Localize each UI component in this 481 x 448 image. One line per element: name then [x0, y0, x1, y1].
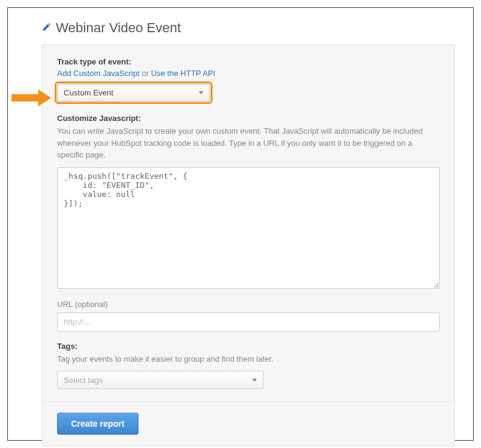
tags-label: Tags: [57, 342, 440, 351]
tags-help: Tag your events to make it easier to gro… [57, 353, 440, 365]
tags-placeholder: Select tags [64, 376, 103, 385]
customize-js-label: Customize Javascript: [57, 114, 440, 123]
url-input[interactable] [57, 312, 440, 332]
chevron-down-icon [199, 91, 203, 94]
event-type-dropdown[interactable]: Custom Event [57, 84, 210, 102]
event-type-selected: Custom Event [64, 88, 114, 97]
form-panel: Track type of event: Add Custom JavaScri… [42, 44, 455, 446]
customize-js-help: You can write JavaScript to create your … [57, 125, 440, 161]
url-label: URL (optional) [57, 300, 440, 309]
use-http-api-link[interactable]: Use the HTTP API [151, 69, 216, 78]
link-separator: or [140, 69, 151, 78]
chevron-down-icon [252, 379, 257, 382]
tags-dropdown[interactable]: Select tags [57, 371, 264, 389]
track-type-label: Track type of event: [57, 57, 440, 66]
panel-footer: Create report [43, 401, 454, 446]
create-report-button[interactable]: Create report [57, 413, 138, 435]
page-header: Webinar Video Event [8, 20, 473, 44]
page-title: Webinar Video Event [56, 20, 181, 36]
track-type-links: Add Custom JavaScript or Use the HTTP AP… [57, 69, 440, 78]
event-type-dropdown-wrap: Custom Event [57, 84, 210, 102]
javascript-code-input[interactable] [57, 167, 440, 289]
add-custom-js-link[interactable]: Add Custom JavaScript [57, 69, 140, 78]
edit-icon[interactable] [42, 22, 51, 34]
page-frame: Webinar Video Event Track type of event:… [7, 7, 474, 441]
svg-rect-0 [12, 94, 38, 102]
